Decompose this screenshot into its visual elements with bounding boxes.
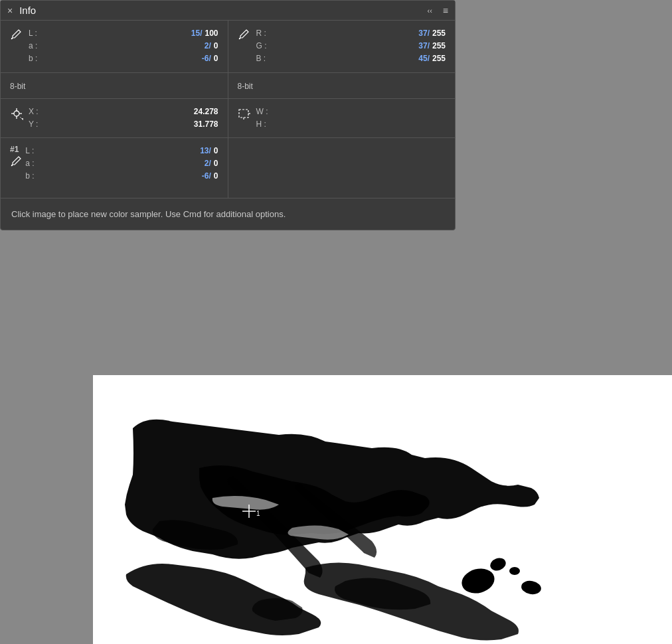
svg-point-19 <box>11 165 13 166</box>
collapse-arrows[interactable]: ‹‹ <box>428 7 432 15</box>
bit-depth-left: 8-bit <box>1 73 228 98</box>
b-label-1: b : <box>29 52 37 65</box>
b-value-1: -6/ <box>202 52 211 65</box>
bit-label-1: 8-bit <box>10 82 25 91</box>
R-value: 37/ <box>418 27 430 40</box>
L-max-1: 100 <box>205 27 218 40</box>
color-sampler-1-cell: #1 L : 13/ 0 <box>1 138 228 198</box>
svg-point-8 <box>11 38 13 39</box>
svg-point-3 <box>509 567 520 575</box>
svg-point-10 <box>14 111 19 116</box>
B-value: 45/ <box>418 52 430 65</box>
cs1-b-max: 0 <box>214 170 218 183</box>
size-cell: W : H : <box>228 99 456 137</box>
eyedropper-icon-left <box>10 27 29 40</box>
title-bar: × Info ‹‹ ≡ <box>1 1 455 21</box>
bit-label-2: 8-bit <box>238 82 253 91</box>
Y-value: 31.778 <box>194 118 218 131</box>
cs1-b-label: b : <box>25 170 34 183</box>
eyedropper-icon-sampler <box>10 155 22 170</box>
info-panel: × Info ‹‹ ≡ L : 15/ <box>0 0 456 230</box>
status-area: Click image to place new color sampler. … <box>1 199 455 230</box>
bit-depth-right: 8-bit <box>228 73 456 98</box>
a-value-1: 2/ <box>205 40 211 52</box>
X-label: X : <box>29 106 39 118</box>
color-sampler-1-row: #1 L : 13/ 0 <box>1 138 455 199</box>
a-max-1: 0 <box>214 40 218 52</box>
X-value: 24.278 <box>194 106 218 118</box>
svg-rect-16 <box>239 110 248 118</box>
G-value: 37/ <box>418 40 430 52</box>
crosshair-icon <box>10 106 29 120</box>
close-button[interactable]: × <box>7 6 13 15</box>
R-label: R : <box>256 27 266 40</box>
cs1-a-max: 0 <box>214 157 218 170</box>
a-label-1: a : <box>29 40 37 52</box>
R-max: 255 <box>432 27 446 40</box>
cs1-L-label: L : <box>25 145 34 157</box>
b-max-1: 0 <box>214 52 218 65</box>
cs1-a-label: a : <box>25 157 34 170</box>
canvas-image[interactable]: 1 <box>93 375 672 644</box>
L-label-1: L : <box>29 27 37 40</box>
bit-depth-row: 8-bit 8-bit <box>1 73 455 99</box>
marquee-icon <box>238 106 256 120</box>
H-label: H : <box>256 118 266 131</box>
panel-title: Info <box>19 5 427 16</box>
cs1-L-max: 0 <box>214 145 218 157</box>
eyedropper-icon-right <box>238 27 256 40</box>
menu-button[interactable]: ≡ <box>443 5 448 16</box>
rgb-cell: R : 37/ 255 G : 37/ 255 <box>228 21 456 72</box>
sampler-number: #1 <box>10 145 19 154</box>
color-sampler-1-right <box>228 138 456 198</box>
cs1-L-value: 13/ <box>200 145 211 157</box>
G-max: 255 <box>432 40 446 52</box>
G-label: G : <box>256 40 267 52</box>
Y-label: Y : <box>29 118 38 131</box>
B-max: 255 <box>432 52 446 65</box>
color-row-1: L : 15/ 100 a : 2/ 0 b : <box>1 21 455 73</box>
status-message: Click image to place new color sampler. … <box>11 209 286 219</box>
B-label: B : <box>256 52 266 65</box>
W-label: W : <box>256 106 268 118</box>
position-cell: X : 24.278 Y : 31.778 <box>1 99 228 137</box>
svg-point-9 <box>239 38 240 39</box>
lab-cell: L : 15/ 100 a : 2/ 0 b : <box>1 21 228 72</box>
svg-text:1: 1 <box>256 510 260 517</box>
position-row: X : 24.278 Y : 31.778 <box>1 99 455 138</box>
cs1-a-value: 2/ <box>205 157 211 170</box>
cs1-b-value: -6/ <box>202 170 211 183</box>
L-value-1: 15/ <box>191 27 203 40</box>
